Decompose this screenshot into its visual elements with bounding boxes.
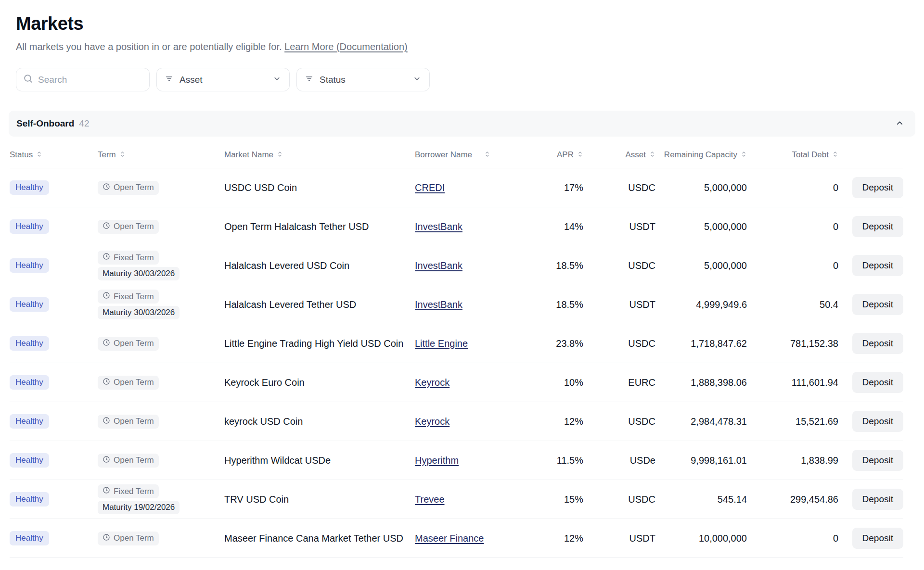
borrower-link[interactable]: CREDI bbox=[415, 182, 445, 193]
deposit-button[interactable]: Deposit bbox=[852, 528, 903, 549]
apr-value: 11.5% bbox=[511, 455, 583, 466]
documentation-link[interactable]: Learn More (Documentation) bbox=[284, 41, 408, 52]
table-header-row: Status Term Market Name Borrower Name AP… bbox=[10, 141, 903, 168]
status-cell: Healthy bbox=[10, 180, 98, 195]
asset-filter-dropdown[interactable]: Asset bbox=[156, 68, 290, 91]
deposit-button[interactable]: Deposit bbox=[852, 450, 903, 471]
deposit-button[interactable]: Deposit bbox=[852, 177, 903, 198]
status-badge: Healthy bbox=[10, 219, 49, 234]
status-badge: Healthy bbox=[10, 258, 49, 273]
remaining-capacity-value: 10,000,000 bbox=[655, 533, 747, 544]
term-pill: Open Term bbox=[98, 532, 159, 545]
deposit-button[interactable]: Deposit bbox=[852, 255, 903, 276]
clock-icon bbox=[103, 378, 110, 388]
section-count: 42 bbox=[79, 118, 89, 128]
status-badge: Healthy bbox=[10, 297, 49, 312]
borrower-link[interactable]: Maseer Finance bbox=[415, 533, 484, 544]
action-cell: Deposit bbox=[838, 294, 903, 315]
clock-icon bbox=[103, 417, 110, 427]
search-icon bbox=[23, 74, 33, 86]
col-header-term[interactable]: Term bbox=[98, 150, 224, 160]
action-cell: Deposit bbox=[838, 489, 903, 510]
sort-icon bbox=[277, 150, 283, 160]
total-debt-value: 15,521.69 bbox=[747, 416, 838, 427]
deposit-button[interactable]: Deposit bbox=[852, 216, 903, 237]
asset-value: USDC bbox=[583, 416, 655, 427]
status-cell: Healthy bbox=[10, 258, 98, 273]
col-header-apr[interactable]: APR bbox=[511, 150, 583, 160]
total-debt-value: 0 bbox=[747, 182, 838, 193]
clock-icon bbox=[103, 291, 110, 302]
deposit-button[interactable]: Deposit bbox=[852, 333, 903, 354]
search-box[interactable] bbox=[16, 68, 150, 91]
clock-icon bbox=[103, 183, 110, 193]
term-label: Fixed Term bbox=[114, 292, 154, 302]
status-badge: Healthy bbox=[10, 375, 49, 390]
clock-icon bbox=[103, 533, 110, 544]
apr-value: 17% bbox=[511, 182, 583, 193]
table-row: Healthy Open Term Open Term Halalcash Te… bbox=[10, 207, 903, 246]
clock-icon bbox=[103, 486, 110, 496]
borrower-link[interactable]: InvestBank bbox=[415, 221, 462, 232]
remaining-capacity-value: 5,000,000 bbox=[655, 182, 747, 193]
col-header-total-debt[interactable]: Total Debt bbox=[747, 150, 838, 160]
chevron-up-icon[interactable] bbox=[895, 118, 905, 130]
term-pill: Open Term bbox=[98, 337, 159, 351]
col-header-remaining-capacity[interactable]: Remaining Capacity bbox=[655, 150, 747, 160]
market-name: TRV USD Coin bbox=[224, 494, 415, 505]
maturity-pill: Maturity 19/02/2026 bbox=[98, 501, 180, 514]
remaining-capacity-value: 9,998,161.01 bbox=[655, 455, 747, 466]
market-name: Hyperithm Wildcat USDe bbox=[224, 455, 415, 466]
status-filter-label: Status bbox=[320, 75, 346, 85]
borrower-link[interactable]: Keyrock bbox=[415, 377, 449, 388]
sort-icon bbox=[36, 150, 42, 160]
table-row: Healthy Open Term USDC USD Coin CREDI 17… bbox=[10, 168, 903, 207]
chevron-down-icon bbox=[412, 74, 422, 86]
borrower-link[interactable]: Little Engine bbox=[415, 338, 468, 349]
sort-icon bbox=[649, 150, 655, 160]
term-cell: Fixed Term Maturity 30/03/2026 bbox=[98, 290, 224, 319]
clock-icon bbox=[103, 253, 110, 263]
deposit-button[interactable]: Deposit bbox=[852, 411, 903, 432]
total-debt-value: 0 bbox=[747, 260, 838, 271]
status-cell: Healthy bbox=[10, 492, 98, 507]
status-cell: Healthy bbox=[10, 336, 98, 351]
page-title: Markets bbox=[16, 13, 903, 34]
borrower-link[interactable]: Keyrock bbox=[415, 416, 449, 427]
borrower-link[interactable]: Trevee bbox=[415, 494, 445, 505]
maturity-label: Maturity 19/02/2026 bbox=[103, 503, 175, 512]
search-input[interactable] bbox=[38, 75, 142, 85]
action-cell: Deposit bbox=[838, 450, 903, 471]
borrower-cell: Maseer Finance bbox=[415, 533, 511, 544]
term-label: Open Term bbox=[114, 339, 154, 348]
col-header-asset[interactable]: Asset bbox=[583, 150, 655, 160]
status-filter-dropdown[interactable]: Status bbox=[296, 68, 430, 91]
total-debt-value: 299,454.86 bbox=[747, 494, 838, 505]
apr-value: 18.5% bbox=[511, 260, 583, 271]
col-header-borrower-name[interactable]: Borrower Name bbox=[415, 150, 511, 160]
action-cell: Deposit bbox=[838, 177, 903, 198]
asset-value: USDT bbox=[583, 299, 655, 310]
remaining-capacity-value: 1,718,847.62 bbox=[655, 338, 747, 349]
col-header-market-name[interactable]: Market Name bbox=[224, 150, 415, 160]
borrower-link[interactable]: InvestBank bbox=[415, 260, 462, 271]
status-badge: Healthy bbox=[10, 180, 49, 195]
sort-icon bbox=[577, 150, 583, 160]
deposit-button[interactable]: Deposit bbox=[852, 294, 903, 315]
self-onboard-section-header[interactable]: Self-Onboard42 bbox=[9, 111, 915, 137]
asset-value: USDC bbox=[583, 182, 655, 193]
table-row: Healthy Open Term Little Engine Trading … bbox=[10, 324, 903, 363]
deposit-button[interactable]: Deposit bbox=[852, 372, 903, 393]
section-title-group: Self-Onboard42 bbox=[16, 118, 89, 129]
deposit-button[interactable]: Deposit bbox=[852, 489, 903, 510]
borrower-link[interactable]: InvestBank bbox=[415, 299, 462, 310]
apr-value: 12% bbox=[511, 416, 583, 427]
remaining-capacity-value: 2,984,478.31 bbox=[655, 416, 747, 427]
asset-value: EURC bbox=[583, 377, 655, 388]
borrower-link[interactable]: Hyperithm bbox=[415, 455, 459, 466]
status-cell: Healthy bbox=[10, 414, 98, 429]
term-label: Fixed Term bbox=[114, 487, 154, 496]
maturity-label: Maturity 30/03/2026 bbox=[103, 269, 175, 279]
action-cell: Deposit bbox=[838, 411, 903, 432]
col-header-status[interactable]: Status bbox=[10, 150, 98, 160]
